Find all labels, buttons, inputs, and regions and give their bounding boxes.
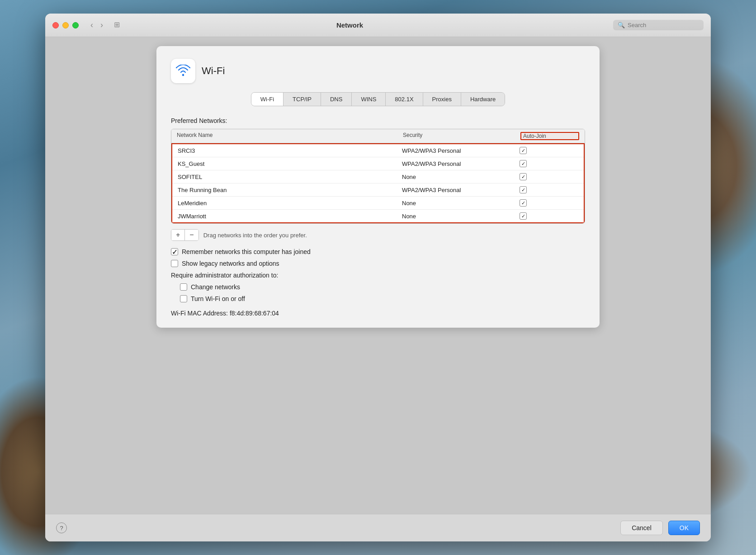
tab-8021x[interactable]: 802.1X [386, 93, 423, 106]
svg-point-0 [182, 74, 184, 76]
network-name-cell: LeMeridien [178, 200, 402, 207]
add-remove-buttons: + − [171, 229, 199, 241]
network-name-cell: SOFITEL [178, 174, 402, 180]
tab-bar: Wi-Fi TCP/IP DNS WINS 802.1X Proxies Har… [251, 92, 506, 106]
minimize-button[interactable] [62, 22, 69, 28]
window-title: Network [86, 21, 613, 29]
autojoin-cell: ✓ [520, 173, 578, 180]
remember-networks-label: Remember networks this computer has join… [182, 248, 311, 255]
wifi-icon-box [171, 59, 195, 83]
remember-networks-checkbox[interactable]: ✓ [171, 248, 178, 255]
ok-button[interactable]: OK [668, 521, 700, 535]
tab-dns[interactable]: DNS [321, 93, 352, 106]
change-networks-row: Change networks [180, 283, 585, 291]
network-name-cell: KS_Guest [178, 160, 402, 167]
network-table-rows: SRCI3 WPA2/WPA3 Personal ✓ KS_Guest WPA2… [171, 143, 585, 223]
admin-options: Change networks Turn Wi-Fi on or off [171, 283, 585, 302]
turn-wifi-checkbox[interactable] [180, 295, 187, 302]
tab-wifi[interactable]: Wi-Fi [251, 93, 284, 106]
wifi-panel-title: Wi-Fi [202, 65, 225, 77]
show-legacy-checkbox[interactable] [171, 260, 178, 267]
col-auto-join: Auto-Join [520, 132, 579, 140]
show-legacy-label: Show legacy networks and options [182, 260, 279, 267]
autojoin-checkbox[interactable]: ✓ [520, 212, 527, 220]
title-bar: ‹ › ⊞ Network 🔍 [45, 14, 711, 37]
wifi-header: Wi-Fi [171, 59, 585, 83]
preferred-networks-label: Preferred Networks: [171, 117, 585, 124]
remember-networks-row: ✓ Remember networks this computer has jo… [171, 248, 585, 255]
turn-wifi-label: Turn Wi-Fi on or off [191, 295, 245, 302]
autojoin-cell: ✓ [520, 160, 578, 167]
tab-tcpip[interactable]: TCP/IP [284, 93, 321, 106]
autojoin-checkbox[interactable]: ✓ [520, 199, 527, 207]
system-preferences-window: ‹ › ⊞ Network 🔍 [45, 14, 711, 541]
search-input[interactable] [628, 22, 699, 28]
mac-address-row: Wi-Fi MAC Address: f8:4d:89:68:67:04 [171, 310, 585, 317]
autojoin-cell: ✓ [520, 199, 578, 207]
network-name-cell: The Running Bean [178, 187, 402, 193]
traffic-lights [52, 22, 79, 28]
show-legacy-row: Show legacy networks and options [171, 260, 585, 267]
turn-wifi-row: Turn Wi-Fi on or off [180, 295, 585, 302]
network-dialog: Wi-Fi Wi-Fi TCP/IP DNS WINS 802.1X Proxi… [156, 46, 600, 328]
bottom-bar: ? Cancel OK [45, 514, 711, 541]
col-network-name: Network Name [177, 132, 403, 140]
close-button[interactable] [52, 22, 59, 28]
security-cell: WPA2/WPA3 Personal [402, 147, 520, 154]
autojoin-checkbox[interactable]: ✓ [520, 173, 527, 180]
tab-proxies[interactable]: Proxies [423, 93, 461, 106]
action-buttons: Cancel OK [620, 521, 700, 535]
change-networks-checkbox[interactable] [180, 283, 187, 291]
search-icon: 🔍 [618, 22, 625, 28]
autojoin-checkbox[interactable]: ✓ [520, 147, 527, 154]
autojoin-cell: ✓ [520, 147, 578, 154]
table-row: SRCI3 WPA2/WPA3 Personal ✓ [172, 144, 584, 157]
autojoin-checkbox[interactable]: ✓ [520, 160, 527, 167]
tab-wins[interactable]: WINS [352, 93, 386, 106]
security-cell: None [402, 200, 520, 207]
drag-hint: Drag networks into the order you prefer. [203, 232, 307, 239]
autojoin-checkbox[interactable]: ✓ [520, 186, 527, 193]
checkmark-icon: ✓ [172, 248, 178, 256]
remove-network-button[interactable]: − [185, 230, 198, 240]
main-area: Wi-Fi Wi-Fi TCP/IP DNS WINS 802.1X Proxi… [45, 37, 711, 514]
add-network-button[interactable]: + [171, 230, 185, 240]
table-row: SOFITEL None ✓ [172, 170, 584, 183]
table-row: LeMeridien None ✓ [172, 197, 584, 210]
network-table: Network Name Security Auto-Join SRCI3 WP… [171, 129, 585, 224]
network-name-cell: SRCI3 [178, 147, 402, 154]
table-row: KS_Guest WPA2/WPA3 Personal ✓ [172, 157, 584, 170]
table-header: Network Name Security Auto-Join [171, 129, 585, 143]
network-name-cell: JWMarriott [178, 213, 402, 220]
table-row: The Running Bean WPA2/WPA3 Personal ✓ [172, 183, 584, 197]
security-cell: WPA2/WPA3 Personal [402, 187, 520, 193]
maximize-button[interactable] [72, 22, 79, 28]
admin-section-label: Require administrator authorization to: [171, 272, 585, 279]
change-networks-label: Change networks [191, 283, 240, 291]
search-bar[interactable]: 🔍 [613, 20, 704, 30]
security-cell: WPA2/WPA3 Personal [402, 160, 520, 167]
table-row: JWMarriott None ✓ [172, 210, 584, 222]
wifi-icon [175, 65, 191, 77]
table-actions: + − Drag networks into the order you pre… [171, 229, 585, 241]
cancel-button[interactable]: Cancel [620, 521, 663, 535]
help-button[interactable]: ? [56, 522, 67, 533]
security-cell: None [402, 213, 520, 220]
security-cell: None [402, 174, 520, 180]
autojoin-cell: ✓ [520, 212, 578, 220]
autojoin-cell: ✓ [520, 186, 578, 193]
col-security: Security [403, 132, 520, 140]
tab-hardware[interactable]: Hardware [461, 93, 505, 106]
